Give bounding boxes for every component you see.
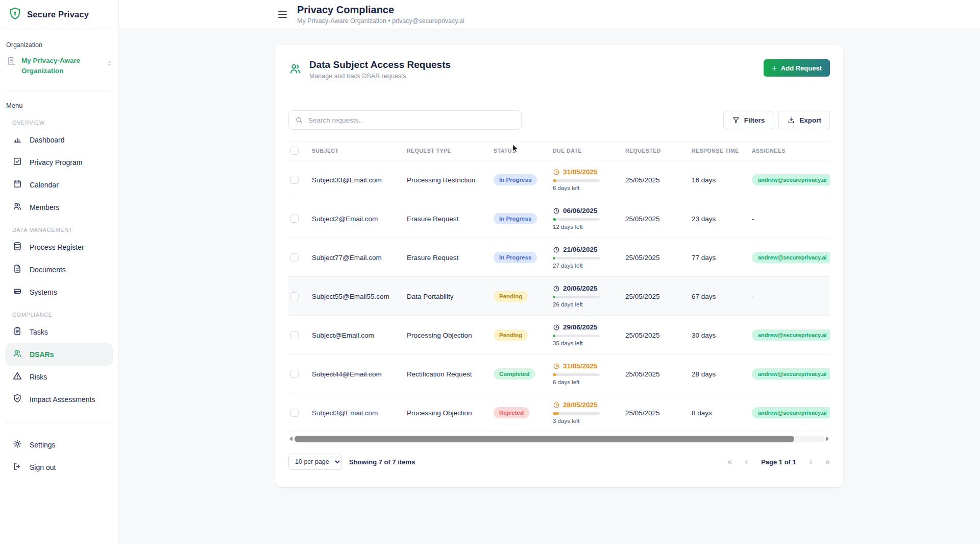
row-checkbox[interactable] [290,253,299,262]
last-page-button[interactable]: » [825,458,830,466]
response-time-cell: 8 days [692,409,712,417]
table-row[interactable]: Subject77@Email.com Erasure Request In P… [288,238,830,277]
subject-cell: Subject3@Email.com [312,409,378,417]
sidebar-item-process-register[interactable]: Process Register [5,236,113,258]
page-indicator: Page 1 of 1 [761,458,796,466]
search-input[interactable] [288,110,522,130]
row-checkbox[interactable] [290,409,299,417]
column-header-due-date: Due Date [553,147,625,154]
due-date-text: 31/05/2025 [563,362,598,370]
table-row[interactable]: Subject44@Email.com Rectification Reques… [288,354,830,393]
add-request-label: Add Request [781,64,822,72]
table-row[interactable]: Subject3@Email.com Processing Objection … [288,393,830,432]
row-checkbox[interactable] [290,176,299,184]
sidebar-item-calendar[interactable]: Calendar [5,174,113,196]
sidebar-item-label: Process Register [30,243,84,251]
sidebar-item-label: Privacy Program [30,158,82,167]
dsar-panel: Data Subject Access Requests Manage and … [275,45,843,487]
next-page-button[interactable]: › [810,458,812,466]
progress-fill [553,296,555,298]
sidebar-item-impact-assessments[interactable]: Impact Assessments [5,388,113,411]
table-row[interactable]: Subject@Email.com Processing Objection P… [288,316,830,354]
progress-fill [553,373,556,376]
clock-icon [553,246,560,253]
sidebar-item-tasks[interactable]: Tasks [5,321,113,343]
per-page-select[interactable]: 10 per page [288,454,342,470]
due-date-cell: 20/06/2025 26 days left [553,285,625,308]
sidebar-item-systems[interactable]: Systems [5,281,113,303]
alert-triangle-icon [12,371,22,383]
organization-name: My Privacy-Aware Organization [21,56,102,77]
sidebar-item-dsars[interactable]: DSARs [5,343,113,366]
brand-name: Secure Privacy [27,10,89,19]
shield-logo-icon [8,7,22,22]
export-label: Export [799,116,821,124]
sidebar-item-risks[interactable]: Risks [5,366,113,388]
sidebar-item-label: Sign out [30,463,56,471]
sidebar-item-label: Settings [30,441,56,449]
users-icon [12,348,22,360]
add-request-button[interactable]: + Add Request [764,59,830,77]
sidebar-item-privacy-program[interactable]: Privacy Program [5,151,113,174]
clock-icon [553,401,560,409]
column-header-requested: Requested [625,147,692,154]
days-left-text: 6 days left [553,185,625,191]
clock-icon [553,324,560,331]
sidebar-item-sign-out[interactable]: Sign out [5,456,113,479]
progress-fill [553,257,555,259]
page-title: Privacy Compliance [297,4,464,16]
progress-fill [553,412,559,415]
sidebar-item-documents[interactable]: Documents [5,258,113,281]
scroll-left-icon[interactable] [289,436,292,441]
scrollbar-thumb[interactable] [295,436,794,442]
row-checkbox[interactable] [290,370,299,378]
table-row[interactable]: Subject2@Email.com Erasure Request In Pr… [288,199,830,238]
progress-fill [553,179,556,182]
building-icon [6,56,16,68]
sidebar-item-members[interactable]: Members [5,196,113,219]
sidebar-item-label: Systems [30,288,57,296]
scroll-right-icon[interactable] [826,436,829,441]
progress-bar [553,257,600,259]
hamburger-menu-icon[interactable] [278,11,287,18]
assignee-badge: andrew@secureprivacy.ai [752,407,830,418]
column-header-subject: Subject [312,147,407,154]
clock-icon [553,285,560,292]
assignee-badge: andrew@secureprivacy.ai [752,329,830,341]
export-button[interactable]: Export [778,111,830,129]
row-checkbox[interactable] [290,215,299,223]
row-checkbox[interactable] [290,292,299,300]
section-data-management: Data Management [0,219,118,236]
table-row[interactable]: Subject55@Email55.com Data Portability P… [288,277,830,316]
check-square-icon [12,156,22,168]
row-checkbox[interactable] [290,331,299,339]
organization-selector[interactable]: My Privacy-Aware Organization [0,54,118,79]
sidebar-item-label: Impact Assessments [30,395,95,404]
select-all-checkbox[interactable] [290,147,299,155]
progress-bar [553,373,600,376]
column-header-response-time: Response Time [692,147,752,154]
users-icon [288,62,302,78]
sidebar-item-label: Dashboard [30,136,65,144]
first-page-button[interactable]: « [727,458,732,466]
subject-cell: Subject77@Email.com [312,254,382,262]
bar-chart-icon [12,134,22,146]
status-badge: Completed [494,368,535,380]
users-icon [12,201,22,213]
progress-fill [553,335,555,337]
shield-check-icon [12,393,22,405]
dsar-table: Subject Request Type Status Due Date Req… [288,141,830,432]
table-row[interactable]: Subject33@Email.com Processing Restricti… [288,160,830,199]
status-badge: In Progress [494,174,537,185]
page-subtitle: My Privacy-Aware Organization • privacy@… [297,17,464,25]
sidebar-item-settings[interactable]: Settings [5,434,113,456]
logout-icon [12,461,22,473]
prev-page-button[interactable]: ‹ [745,458,748,466]
filters-button[interactable]: Filters [723,111,774,129]
response-time-cell: 77 days [692,254,716,262]
scrollbar-track[interactable] [293,436,825,442]
days-left-text: 3 days left [553,418,625,424]
progress-bar [553,296,600,298]
sidebar-item-dashboard[interactable]: Dashboard [5,129,113,151]
panel-subtitle: Manage and track DSAR requests [309,73,451,80]
